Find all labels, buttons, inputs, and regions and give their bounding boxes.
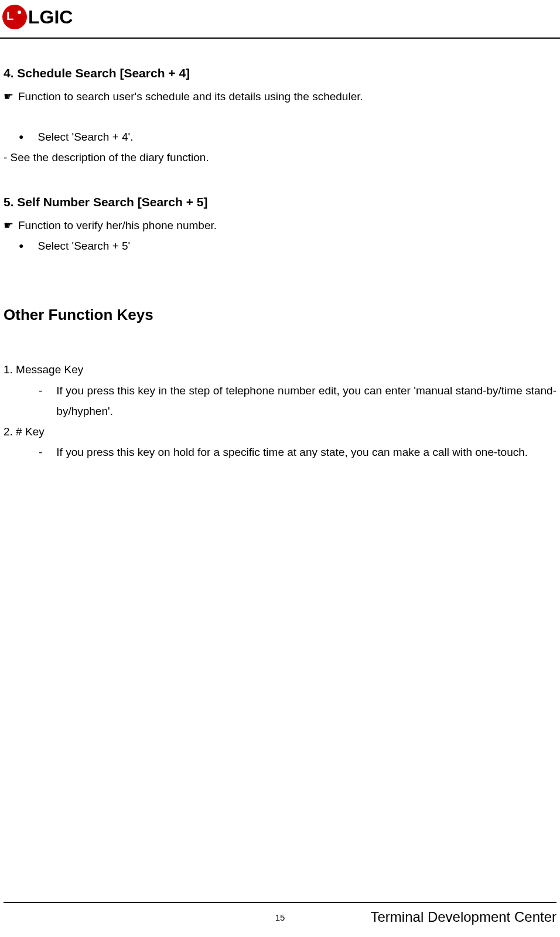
- pointer-icon: ☛: [4, 86, 13, 107]
- pointer-icon: ☛: [4, 215, 13, 236]
- item-1-description: - If you press this key in the step of t…: [4, 380, 556, 421]
- section-5-bullet: ● Select 'Search + 5': [4, 236, 556, 256]
- bullet-icon: ●: [19, 236, 23, 256]
- footer-row: 15 Terminal Development Center: [0, 909, 560, 925]
- bullet-icon: ●: [19, 127, 23, 147]
- item-2-description: - If you press this key on hold for a sp…: [4, 442, 556, 462]
- item-2-text: If you press this key on hold for a spec…: [56, 442, 556, 462]
- page-footer: 15 Terminal Development Center: [0, 902, 560, 925]
- page-content: 4. Schedule Search [Search + 4] ☛ Functi…: [0, 39, 560, 462]
- section-4-desc-text: Function to search user's schedule and i…: [18, 86, 363, 107]
- section-5-description: ☛ Function to verify her/his phone numbe…: [4, 215, 556, 236]
- section-5-heading: 5. Self Number Search [Search + 5]: [4, 191, 556, 214]
- lg-logo-icon: [2, 5, 27, 29]
- item-1-text: If you press this key in the step of tel…: [56, 380, 556, 421]
- section-5-bullet-text: Select 'Search + 5': [37, 236, 130, 256]
- footer-text: Terminal Development Center: [371, 909, 556, 925]
- section-4-note: - See the description of the diary funct…: [4, 147, 556, 168]
- other-functions-heading: Other Function Keys: [4, 301, 556, 329]
- footer-divider: [4, 902, 556, 903]
- page-number: 15: [275, 912, 285, 922]
- dash-icon: -: [39, 442, 42, 462]
- page-header: LGIC: [0, 0, 560, 34]
- item-1-label: 1. Message Key: [4, 359, 556, 380]
- logo-text: LGIC: [28, 6, 73, 28]
- section-4-bullet: ● Select 'Search + 4'.: [4, 127, 556, 147]
- section-4-heading: 4. Schedule Search [Search + 4]: [4, 62, 556, 85]
- item-2-label: 2. # Key: [4, 421, 556, 442]
- section-5-desc-text: Function to verify her/his phone number.: [18, 215, 217, 236]
- section-4-description: ☛ Function to search user's schedule and…: [4, 86, 556, 107]
- dash-icon: -: [39, 380, 42, 421]
- section-4-bullet-text: Select 'Search + 4'.: [37, 127, 133, 147]
